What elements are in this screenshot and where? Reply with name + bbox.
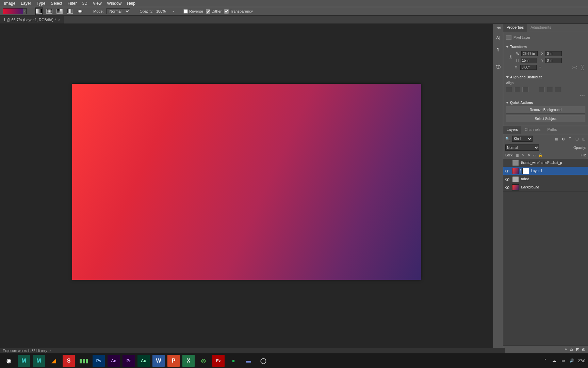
filter-type-icon[interactable]: T xyxy=(568,136,572,141)
menu-3d[interactable]: 3D xyxy=(79,0,90,6)
remove-background-button[interactable]: Remove Background xyxy=(506,106,585,113)
tray-monitor-icon[interactable]: ▭ xyxy=(560,358,566,364)
filter-shape-icon[interactable]: ▢ xyxy=(574,136,579,141)
layer-row[interactable]: §Layer 1 xyxy=(503,167,588,175)
collapse-panels-icon[interactable]: ◀◀ xyxy=(496,26,500,29)
search-icon[interactable]: 🔍 xyxy=(505,137,510,141)
align-left-icon[interactable] xyxy=(506,87,512,92)
taskbar-app-circle1[interactable]: ◎ xyxy=(197,355,210,367)
layer-name[interactable]: Background xyxy=(521,185,539,189)
flip-horizontal-icon[interactable]: ▷◁ xyxy=(572,65,577,69)
link-layers-icon[interactable]: ⚭ xyxy=(564,347,567,352)
character-panel-icon[interactable]: A| xyxy=(495,34,502,41)
tab-adjustments[interactable]: Adjustments xyxy=(527,24,555,32)
menu-type[interactable]: Type xyxy=(34,0,48,6)
taskbar-app-photoshop[interactable]: Ps xyxy=(93,355,105,367)
mask-link-icon[interactable]: § xyxy=(520,169,522,173)
tray-caret-icon[interactable]: ˄ xyxy=(543,358,548,364)
align-section-header[interactable]: Align and Distribute xyxy=(506,74,585,80)
filter-smart-icon[interactable]: ◫ xyxy=(581,136,586,141)
layer-visibility-toggle[interactable] xyxy=(503,186,511,189)
taskbar-app-aftereffects[interactable]: Ae xyxy=(108,355,120,367)
layer-name[interactable]: thumb_wireframeP…last_p xyxy=(521,161,562,165)
layer-name[interactable]: Layer 1 xyxy=(531,169,542,173)
transform-section-header[interactable]: Transform xyxy=(506,44,585,50)
taskbar-app-word[interactable]: W xyxy=(152,355,165,367)
gradient-radial-button[interactable] xyxy=(46,7,53,15)
tab-properties[interactable]: Properties xyxy=(503,24,527,32)
taskbar-app-spotify[interactable]: ● xyxy=(227,355,240,367)
layer-filter-select[interactable]: Kind xyxy=(512,136,533,142)
more-options-icon[interactable]: ••• xyxy=(506,94,585,97)
menu-select[interactable]: Select xyxy=(48,0,65,6)
taskbar-app-premiere[interactable]: Pr xyxy=(122,355,135,367)
lock-artboard-icon[interactable]: ▭ xyxy=(532,153,537,157)
mode-select[interactable]: Normal xyxy=(107,8,130,14)
lock-transparency-icon[interactable]: ▦ xyxy=(515,153,520,157)
opacity-dropdown-icon[interactable]: ▾ xyxy=(173,10,174,13)
tab-layers[interactable]: Layers xyxy=(503,126,521,134)
canvas-area[interactable] xyxy=(0,24,493,353)
tray-date[interactable]: 27/0 xyxy=(578,359,585,363)
menu-help[interactable]: Help xyxy=(124,0,138,6)
gradient-diamond-button[interactable] xyxy=(76,7,84,15)
adjustment-layer-icon[interactable]: ◐ xyxy=(582,347,585,352)
gradient-preset-dropdown[interactable] xyxy=(23,8,27,14)
taskbar-app-maya2[interactable]: M xyxy=(33,355,45,367)
menu-image[interactable]: Image xyxy=(1,0,18,6)
tray-cloud-icon[interactable]: ☁ xyxy=(552,358,557,364)
menu-layer[interactable]: Layer xyxy=(18,0,34,6)
status-arrow-icon[interactable]: 〉 xyxy=(49,348,53,353)
transform-angle-input[interactable] xyxy=(520,65,537,70)
transform-w-input[interactable] xyxy=(521,51,538,56)
3d-panel-icon[interactable] xyxy=(495,63,502,70)
link-wh-icon[interactable]: § xyxy=(509,55,513,59)
document-tab-close-icon[interactable]: × xyxy=(58,17,60,22)
layer-thumbnail[interactable] xyxy=(512,176,519,182)
align-center-v-icon[interactable] xyxy=(547,87,553,92)
layer-thumbnail[interactable] xyxy=(512,160,519,166)
dither-checkbox[interactable]: Dither xyxy=(206,9,222,14)
layer-visibility-toggle[interactable] xyxy=(503,178,511,181)
transform-x-input[interactable] xyxy=(545,51,562,56)
quick-actions-section-header[interactable]: Quick Actions xyxy=(506,99,585,106)
transparency-checkbox[interactable]: Transparency xyxy=(224,9,253,14)
flip-vertical-icon[interactable]: ▷◁ xyxy=(581,64,585,70)
tray-volume-icon[interactable]: 🔊 xyxy=(569,358,575,364)
gradient-angle-button[interactable] xyxy=(56,7,63,15)
taskbar-app-maya1[interactable]: M xyxy=(18,355,30,367)
taskbar-app-powerpoint[interactable]: P xyxy=(167,355,180,367)
opacity-input[interactable] xyxy=(156,9,170,13)
menu-filter[interactable]: Filter xyxy=(65,0,80,6)
taskbar-app-discord[interactable]: ▬ xyxy=(242,355,255,367)
align-top-icon[interactable] xyxy=(539,87,545,92)
tab-paths[interactable]: Paths xyxy=(544,126,560,134)
blend-mode-select[interactable]: Normal xyxy=(505,144,539,151)
taskbar-app-filezilla[interactable]: Fz xyxy=(212,355,225,367)
layer-thumbnail[interactable] xyxy=(512,184,519,190)
filter-pixel-icon[interactable]: ▦ xyxy=(554,136,559,141)
gradient-preset-picker[interactable] xyxy=(3,8,23,14)
gradient-reflected-button[interactable] xyxy=(66,7,74,15)
taskbar-app-stats[interactable]: ▮▮▮ xyxy=(78,355,90,367)
align-center-h-icon[interactable] xyxy=(514,87,520,92)
reverse-checkbox[interactable]: Reverse xyxy=(183,9,203,14)
align-bottom-icon[interactable] xyxy=(555,87,561,92)
add-mask-icon[interactable]: ◩ xyxy=(576,347,579,352)
layer-row[interactable]: thumb_wireframeP…last_p xyxy=(503,159,588,167)
document-tab[interactable]: 1 @ 66.7% (Layer 1, RGB/8#) * × xyxy=(0,16,64,24)
select-subject-button[interactable]: Select Subject xyxy=(506,115,585,122)
gradient-linear-button[interactable] xyxy=(35,7,43,15)
taskbar-app-blender[interactable]: ◢ xyxy=(48,355,60,367)
layer-thumbnail[interactable] xyxy=(512,168,519,174)
paragraph-panel-icon[interactable]: ¶ xyxy=(495,46,502,52)
layer-visibility-toggle[interactable] xyxy=(503,170,511,172)
menu-window[interactable]: Window xyxy=(104,0,125,6)
align-right-icon[interactable] xyxy=(522,87,528,92)
lock-position-icon[interactable]: ✥ xyxy=(526,153,531,157)
lock-all-icon[interactable]: 🔒 xyxy=(538,153,543,157)
canvas[interactable] xyxy=(72,84,421,280)
filter-adjustment-icon[interactable]: ◐ xyxy=(561,136,566,141)
layer-name[interactable]: robot xyxy=(521,177,529,181)
layer-row[interactable]: Background xyxy=(503,183,588,191)
